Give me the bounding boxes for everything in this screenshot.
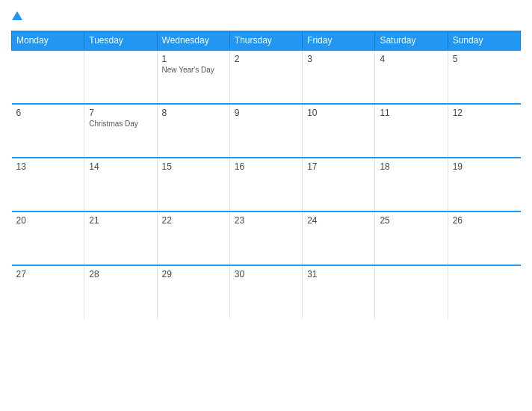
week-row-2: 13141516171819: [12, 158, 521, 211]
day-number: 12: [453, 108, 516, 118]
day-number: 29: [162, 269, 225, 279]
day-cell: 13: [12, 158, 84, 211]
weekday-header-friday: Friday: [303, 31, 375, 51]
day-cell: 20: [12, 211, 84, 265]
day-cell: [448, 265, 520, 319]
day-cell: 30: [229, 265, 302, 319]
day-number: 18: [380, 161, 442, 172]
day-cell: 12: [448, 104, 520, 158]
day-number: 26: [453, 215, 516, 226]
day-number: 4: [380, 54, 442, 64]
calendar-grid: MondayTuesdayWednesdayThursdayFridaySatu…: [11, 31, 521, 319]
day-number: 28: [89, 269, 152, 279]
day-number: 27: [16, 269, 80, 279]
day-number: 31: [307, 269, 370, 279]
day-number: 22: [162, 215, 225, 226]
holiday-name: Christmas Day: [89, 120, 152, 128]
day-number: 23: [235, 215, 297, 226]
week-row-0: 1New Year's Day2345: [12, 50, 521, 104]
day-number: 9: [235, 108, 297, 118]
day-number: 2: [235, 54, 297, 64]
day-cell: 17: [303, 158, 375, 211]
day-cell: 25: [375, 211, 448, 265]
day-cell: [375, 265, 448, 319]
day-cell: 29: [157, 265, 229, 319]
day-cell: 5: [448, 50, 520, 104]
day-cell: 28: [84, 265, 157, 319]
day-cell: 23: [229, 211, 302, 265]
calendar-container: MondayTuesdayWednesdayThursdayFridaySatu…: [0, 0, 532, 411]
day-number: 30: [235, 269, 297, 279]
day-number: 13: [16, 161, 80, 172]
weekday-header-row: MondayTuesdayWednesdayThursdayFridaySatu…: [12, 31, 521, 51]
weekday-header-saturday: Saturday: [375, 31, 448, 51]
day-cell: 31: [303, 265, 375, 319]
day-cell: 21: [84, 211, 157, 265]
day-cell: [84, 50, 157, 104]
day-number: 8: [162, 108, 225, 118]
weekday-header-thursday: Thursday: [229, 31, 302, 51]
day-number: 1: [162, 54, 225, 64]
weekday-header-tuesday: Tuesday: [84, 31, 157, 51]
week-row-3: 20212223242526: [12, 211, 521, 265]
day-cell: 14: [84, 158, 157, 211]
calendar-header: [11, 7, 521, 25]
week-row-4: 2728293031: [12, 265, 521, 319]
day-number: 24: [307, 215, 370, 226]
logo-triangle-icon: [12, 11, 22, 20]
day-number: 14: [89, 161, 152, 172]
day-cell: 4: [375, 50, 448, 104]
day-cell: 10: [303, 104, 375, 158]
weekday-header-sunday: Sunday: [448, 31, 520, 51]
day-number: 19: [453, 161, 516, 172]
day-cell: 27: [12, 265, 84, 319]
day-cell: 24: [303, 211, 375, 265]
day-cell: 6: [12, 104, 84, 158]
day-number: 21: [89, 215, 152, 226]
holiday-name: New Year's Day: [162, 66, 225, 74]
logo: [11, 11, 22, 21]
day-number: 11: [380, 108, 442, 118]
day-cell: 15: [157, 158, 229, 211]
day-number: 25: [380, 215, 442, 226]
day-cell: 22: [157, 211, 229, 265]
day-number: 7: [89, 108, 152, 118]
weekday-header-wednesday: Wednesday: [157, 31, 229, 51]
day-number: 6: [16, 108, 80, 118]
day-cell: 19: [448, 158, 520, 211]
day-number: 5: [453, 54, 516, 64]
day-number: 10: [307, 108, 370, 118]
day-cell: 7Christmas Day: [84, 104, 157, 158]
day-cell: 1New Year's Day: [157, 50, 229, 104]
day-number: 17: [307, 161, 370, 172]
day-cell: 2: [229, 50, 302, 104]
day-number: 15: [162, 161, 225, 172]
day-cell: 3: [303, 50, 375, 104]
day-cell: 9: [229, 104, 302, 158]
day-cell: 18: [375, 158, 448, 211]
day-cell: 16: [229, 158, 302, 211]
day-cell: 8: [157, 104, 229, 158]
day-cell: 11: [375, 104, 448, 158]
week-row-1: 67Christmas Day89101112: [12, 104, 521, 158]
day-cell: [12, 50, 84, 104]
day-cell: 26: [448, 211, 520, 265]
day-number: 16: [235, 161, 297, 172]
day-number: 3: [307, 54, 370, 64]
weekday-header-monday: Monday: [12, 31, 84, 51]
day-number: 20: [16, 215, 80, 226]
